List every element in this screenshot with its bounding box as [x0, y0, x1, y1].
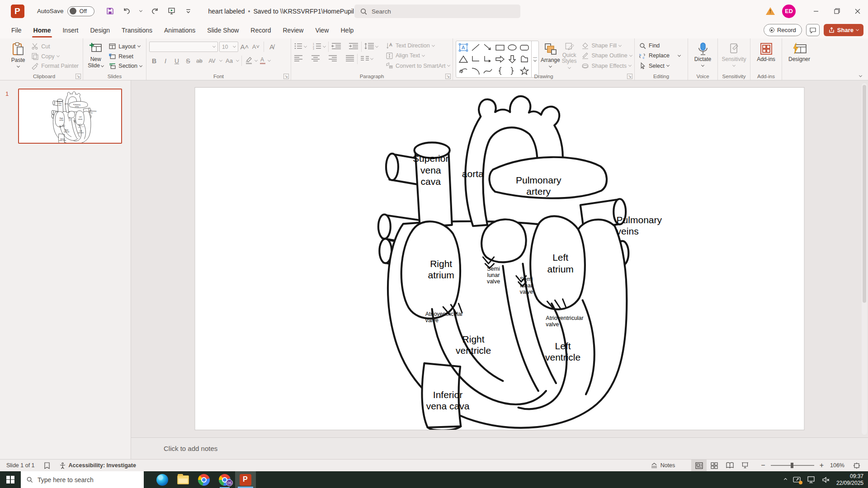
label-semilunar-valve-right[interactable]: Semi lunar valve	[520, 277, 533, 295]
new-slide-button[interactable]: NewSlide	[86, 41, 105, 71]
label-pulmonary-artery[interactable]: Pulmonary artery	[516, 174, 561, 197]
taskbar-chrome-profile-icon[interactable]: 05	[214, 471, 235, 488]
font-size-select[interactable]: 10	[219, 42, 238, 52]
search-input[interactable]: Search	[354, 5, 520, 18]
justify-button[interactable]	[345, 55, 354, 64]
columns-button[interactable]	[360, 55, 369, 63]
slide-sorter-view-button[interactable]	[707, 460, 722, 471]
scrollbar-thumb[interactable]	[863, 85, 866, 303]
line-spacing-button[interactable]	[364, 42, 374, 52]
drawing-dialog-launcher[interactable]	[627, 74, 632, 79]
start-slideshow-button[interactable]	[168, 7, 175, 15]
change-case-button[interactable]: Aa	[223, 57, 235, 64]
taskbar-edge-icon[interactable]	[152, 471, 173, 488]
tab-design[interactable]: Design	[84, 23, 116, 38]
align-right-button[interactable]	[328, 55, 337, 64]
addins-button[interactable]: Add-ins	[754, 41, 779, 71]
text-box-shape[interactable]: A	[458, 43, 468, 52]
tab-home[interactable]: Home	[28, 23, 57, 38]
record-button[interactable]: Record	[764, 24, 802, 36]
freeform-shape[interactable]	[519, 55, 529, 64]
label-right-ventricle[interactable]: Right ventricle	[456, 333, 491, 356]
line-shape[interactable]	[471, 43, 481, 52]
autosave-toggle[interactable]: AutoSave Off	[37, 6, 94, 16]
sensitivity-button[interactable]: Sensitivity	[722, 41, 747, 71]
volume-muted-icon[interactable]	[822, 476, 830, 483]
increase-font-size-button[interactable]: A˄	[240, 43, 250, 51]
rounded-rectangle-shape[interactable]	[519, 43, 529, 52]
close-button[interactable]	[847, 0, 868, 22]
taskbar-file-explorer-icon[interactable]	[173, 471, 193, 488]
font-dialog-launcher[interactable]	[283, 74, 289, 79]
vertical-scrollbar[interactable]	[862, 83, 867, 435]
notes-pane[interactable]: Click to add notes	[131, 437, 868, 459]
strikethrough-button[interactable]: ab	[194, 58, 204, 64]
reading-view-button[interactable]	[722, 460, 737, 471]
autosave-switch[interactable]: Off	[67, 6, 94, 16]
tab-record[interactable]: Record	[245, 23, 277, 38]
warning-icon[interactable]	[766, 7, 775, 15]
label-left-ventricle[interactable]: Left ventricle	[545, 340, 580, 362]
zoom-slider[interactable]	[771, 465, 814, 466]
bullets-button[interactable]	[294, 42, 303, 52]
cut-button[interactable]: Cut	[30, 42, 80, 52]
increase-indent-button[interactable]	[349, 42, 359, 52]
collapse-ribbon-chevron-icon[interactable]	[859, 74, 862, 77]
accessibility-button[interactable]: Accessibility: Investigate	[55, 460, 141, 471]
shape-effects-button[interactable]: Shape Effects	[580, 61, 633, 71]
italic-button[interactable]: I	[160, 57, 170, 65]
text-direction-button[interactable]: AText Direction	[384, 41, 451, 51]
shape-fill-button[interactable]: Shape Fill	[580, 41, 633, 51]
heart-diagram[interactable]	[195, 88, 804, 430]
elbow-connector-shape[interactable]	[471, 55, 481, 64]
dictate-button[interactable]: Dictate	[691, 41, 715, 71]
comments-button[interactable]	[806, 24, 820, 36]
reset-button[interactable]: Reset	[107, 52, 143, 61]
format-painter-button[interactable]: Format Painter	[30, 61, 80, 71]
decrease-font-size-button[interactable]: A˅	[251, 43, 261, 50]
oval-shape[interactable]	[507, 43, 517, 52]
convert-smartart-button[interactable]: Convert to SmartArt	[384, 61, 451, 71]
slide-canvas-area[interactable]: Superior vena cava aorta Pulmonary arter…	[131, 80, 868, 437]
slide[interactable]: Superior vena cava aorta Pulmonary arter…	[195, 88, 804, 430]
taskbar-chrome-icon[interactable]	[193, 471, 214, 488]
clipboard-dialog-launcher[interactable]	[75, 74, 81, 79]
slide-thumbnail[interactable]: Superior vena cava aorta Pulmonary arter…	[18, 89, 122, 144]
triangle-shape[interactable]	[458, 55, 468, 64]
undo-button[interactable]	[123, 7, 131, 15]
section-button[interactable]: Section	[107, 61, 143, 71]
down-arrow-shape[interactable]	[507, 55, 517, 64]
avatar[interactable]: ED	[782, 5, 796, 18]
right-arrow-shape[interactable]	[495, 55, 505, 64]
normal-view-button[interactable]	[691, 460, 707, 471]
undo-dropdown-chevron-icon[interactable]	[139, 9, 142, 12]
label-atrioventricular-valve-right[interactable]: Atrioventricular valve	[546, 315, 583, 328]
tab-transitions[interactable]: Transitions	[116, 23, 158, 38]
screen-share-icon[interactable]	[793, 476, 801, 483]
tab-review[interactable]: Review	[277, 23, 309, 38]
minimize-button[interactable]	[806, 0, 826, 22]
bold-button[interactable]: B	[149, 57, 159, 65]
taskbar-search-input[interactable]: Type here to search	[21, 471, 144, 488]
quick-styles-button[interactable]: QuickStyles	[562, 41, 577, 71]
share-button[interactable]: Share	[824, 24, 863, 36]
show-hidden-icons-button[interactable]	[784, 479, 787, 481]
network-icon[interactable]	[807, 476, 816, 483]
restore-button[interactable]	[826, 0, 847, 22]
designer-button[interactable]: Designer	[787, 41, 812, 71]
save-button[interactable]	[106, 7, 114, 15]
label-inferior-vena-cava[interactable]: Inferior vena cava	[426, 389, 470, 412]
customize-qat-button[interactable]	[184, 7, 192, 15]
label-left-atrium[interactable]: Left atrium	[547, 252, 574, 274]
align-center-button[interactable]	[311, 55, 320, 64]
rectangle-shape[interactable]	[495, 43, 505, 52]
text-shadow-button[interactable]: S	[183, 57, 193, 65]
label-right-atrium[interactable]: Right atrium	[428, 258, 454, 281]
label-atrioventricular-valve-left[interactable]: Atrioventricular valve	[425, 312, 463, 324]
tab-help[interactable]: Help	[335, 23, 359, 38]
copy-button[interactable]: Copy	[30, 52, 80, 61]
highlight-color-button[interactable]	[245, 56, 254, 66]
font-name-select[interactable]	[149, 42, 218, 52]
slideshow-view-button[interactable]	[737, 460, 753, 471]
elbow-arrow-connector-shape[interactable]	[483, 55, 493, 64]
